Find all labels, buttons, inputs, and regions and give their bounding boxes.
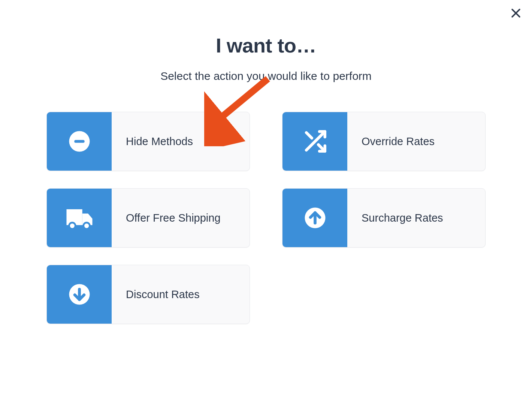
dialog-subtitle: Select the action you would like to perf… (45, 70, 487, 82)
icon-box (47, 265, 112, 324)
action-label: Discount Rates (112, 265, 250, 324)
action-offer-free-shipping[interactable]: Offer Free Shipping (46, 188, 250, 248)
action-discount-rates[interactable]: Discount Rates (46, 265, 250, 324)
minus-circle-icon (67, 129, 92, 154)
arrow-down-circle-icon (67, 282, 92, 307)
action-label: Surcharge Rates (347, 189, 485, 247)
svg-point-7 (69, 223, 75, 229)
svg-point-8 (83, 223, 90, 229)
icon-box (282, 112, 347, 171)
icon-box (47, 189, 112, 247)
dialog-title: I want to… (45, 34, 487, 57)
action-override-rates[interactable]: Override Rates (282, 112, 486, 171)
action-label: Hide Methods (112, 112, 250, 171)
action-grid: Hide Methods Override Rates (45, 112, 487, 324)
shuffle-icon (302, 128, 328, 154)
close-button[interactable] (510, 7, 522, 20)
action-hide-methods[interactable]: Hide Methods (46, 112, 250, 171)
truck-icon (62, 201, 97, 235)
svg-line-6 (306, 133, 312, 138)
arrow-up-circle-icon (303, 206, 327, 230)
action-label: Override Rates (347, 112, 485, 171)
action-label: Offer Free Shipping (112, 189, 250, 247)
close-icon (510, 7, 522, 20)
svg-rect-3 (74, 140, 85, 143)
icon-box (47, 112, 112, 171)
icon-box (282, 189, 347, 247)
action-surcharge-rates[interactable]: Surcharge Rates (282, 188, 486, 248)
